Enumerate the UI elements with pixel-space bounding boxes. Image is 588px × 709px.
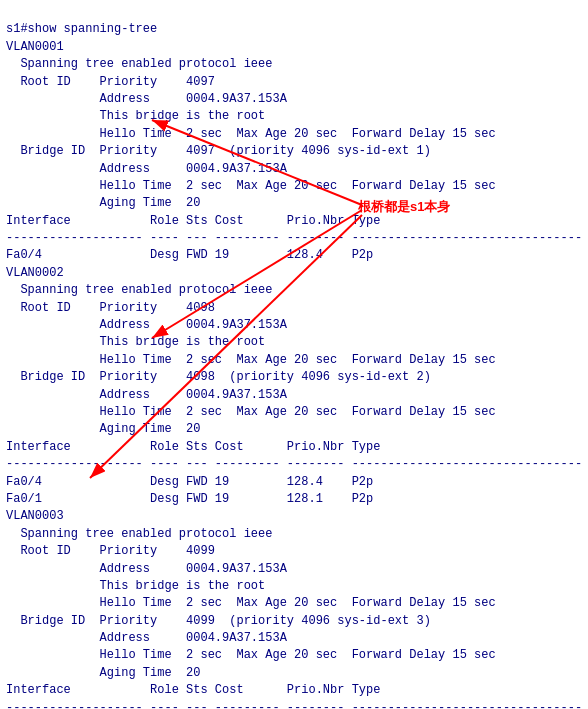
terminal-line: Aging Time 20 xyxy=(6,421,582,438)
terminal-line: VLAN0003 xyxy=(6,508,582,525)
terminal-line: Bridge ID Priority 4098 (priority 4096 s… xyxy=(6,369,582,386)
terminal-line: ------------------- ---- --- --------- -… xyxy=(6,230,582,247)
terminal-line: Spanning tree enabled protocol ieee xyxy=(6,526,582,543)
terminal-line: This bridge is the root xyxy=(6,578,582,595)
terminal-line: Hello Time 2 sec Max Age 20 sec Forward … xyxy=(6,178,582,195)
terminal-line: This bridge is the root xyxy=(6,334,582,351)
terminal-line: Spanning tree enabled protocol ieee xyxy=(6,282,582,299)
terminal-line: Spanning tree enabled protocol ieee xyxy=(6,56,582,73)
terminal-line: Interface Role Sts Cost Prio.Nbr Type xyxy=(6,682,582,699)
terminal-line: Bridge ID Priority 4097 (priority 4096 s… xyxy=(6,143,582,160)
terminal-line: Hello Time 2 sec Max Age 20 sec Forward … xyxy=(6,352,582,369)
terminal-line: Address 0004.9A37.153A xyxy=(6,387,582,404)
terminal-line: Address 0004.9A37.153A xyxy=(6,561,582,578)
terminal-line: Address 0004.9A37.153A xyxy=(6,161,582,178)
annotation-text: 根桥都是s1本身 xyxy=(358,198,450,216)
terminal-line: Hello Time 2 sec Max Age 20 sec Forward … xyxy=(6,404,582,421)
terminal-line: VLAN0001 xyxy=(6,39,582,56)
terminal-line: Hello Time 2 sec Max Age 20 sec Forward … xyxy=(6,647,582,664)
terminal-line: s1#show spanning-tree xyxy=(6,21,582,38)
terminal-line: Interface Role Sts Cost Prio.Nbr Type xyxy=(6,439,582,456)
terminal-line: Root ID Priority 4097 xyxy=(6,74,582,91)
terminal-line: Fa0/4 Desg FWD 19 128.4 P2p xyxy=(6,247,582,264)
terminal-line: This bridge is the root xyxy=(6,108,582,125)
terminal-line: Address 0004.9A37.153A xyxy=(6,630,582,647)
terminal-line: Aging Time 20 xyxy=(6,195,582,212)
terminal-line: Address 0004.9A37.153A xyxy=(6,91,582,108)
terminal-line: Root ID Priority 4099 xyxy=(6,543,582,560)
terminal-line: Root ID Priority 4098 xyxy=(6,300,582,317)
terminal-output: s1#show spanning-treeVLAN0001 Spanning t… xyxy=(0,0,588,709)
terminal-line: Address 0004.9A37.153A xyxy=(6,317,582,334)
terminal-line: ------------------- ---- --- --------- -… xyxy=(6,456,582,473)
terminal-line: VLAN0002 xyxy=(6,265,582,282)
terminal-line: Interface Role Sts Cost Prio.Nbr Type xyxy=(6,213,582,230)
terminal-line: Fa0/4 Desg FWD 19 128.4 P2p xyxy=(6,474,582,491)
terminal-line: ------------------- ---- --- --------- -… xyxy=(6,700,582,709)
terminal-line: Hello Time 2 sec Max Age 20 sec Forward … xyxy=(6,595,582,612)
terminal-line: Bridge ID Priority 4099 (priority 4096 s… xyxy=(6,613,582,630)
terminal-line: Aging Time 20 xyxy=(6,665,582,682)
terminal-line: Fa0/1 Desg FWD 19 128.1 P2p xyxy=(6,491,582,508)
terminal-line: Hello Time 2 sec Max Age 20 sec Forward … xyxy=(6,126,582,143)
